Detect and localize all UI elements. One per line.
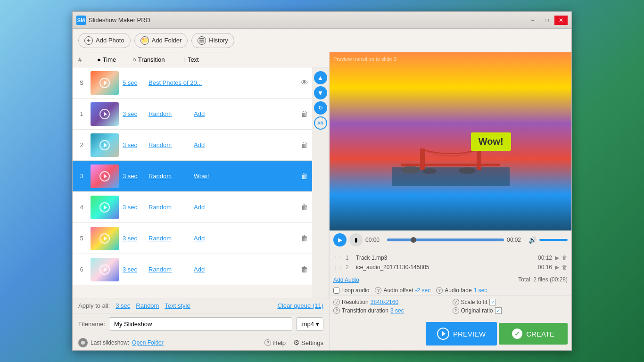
row-actions: 👁 — [301, 79, 308, 87]
slide-transition[interactable]: Random — [149, 235, 186, 242]
ab-button[interactable]: AB — [314, 116, 327, 130]
slide-text[interactable]: Add — [194, 266, 301, 273]
slide-transition[interactable]: Random — [149, 266, 186, 273]
stop-button[interactable]: ▮ — [349, 233, 363, 247]
preview-label: Preview transition to slide 3 — [333, 56, 396, 62]
filename-input[interactable] — [109, 317, 292, 331]
move-up-button[interactable]: ▲ — [314, 71, 327, 84]
original-ratio-checkbox[interactable]: ✓ — [495, 307, 502, 314]
ext-select[interactable]: .mp4 ▾ — [296, 317, 323, 331]
move-down-button[interactable]: ▼ — [314, 86, 327, 99]
audio-fade-label: ? Audio fade 1 sec — [436, 287, 487, 294]
open-folder-link[interactable]: Open Folder — [132, 339, 164, 346]
table-row[interactable]: 3 3 sec Random Wow! 🗑 — [73, 161, 312, 192]
help-scale-icon[interactable]: ? — [453, 299, 459, 305]
minimize-button[interactable]: − — [526, 16, 539, 25]
play-button[interactable]: ▶ — [333, 233, 347, 247]
play-track-icon[interactable]: ▶ — [555, 255, 559, 261]
apply-transition-link[interactable]: Random — [136, 302, 159, 309]
time-current: 00:00 — [365, 237, 384, 243]
slide-text[interactable]: Wow! — [194, 173, 301, 180]
help-fade-icon[interactable]: ? — [436, 287, 443, 294]
delete-icon[interactable]: 🗑 — [301, 110, 308, 118]
offset-value-link[interactable]: -2 sec — [415, 287, 431, 294]
resolution-value[interactable]: 3840x2160 — [371, 299, 398, 305]
play-overlay — [99, 233, 110, 244]
delete-icon[interactable]: 🗑 — [301, 265, 308, 274]
progress-thumb — [411, 237, 416, 243]
delete-icon[interactable]: 🗑 — [301, 172, 308, 181]
table-row[interactable]: S 5 sec Best Photos of 20... 👁 — [73, 67, 312, 99]
slide-text[interactable]: Add — [194, 110, 301, 117]
add-folder-button[interactable]: 📁 Add Folder — [134, 33, 188, 48]
close-button[interactable]: ✕ — [554, 16, 568, 25]
play-track-icon[interactable]: ▶ — [555, 264, 559, 271]
delete-track-icon[interactable]: 🗑 — [562, 255, 568, 261]
preview-button[interactable]: PREVIEW — [426, 322, 497, 346]
slide-time[interactable]: 5 sec — [123, 79, 149, 86]
volume-bar[interactable] — [539, 239, 568, 241]
slide-thumbnail — [91, 227, 119, 250]
delete-icon[interactable]: 🗑 — [301, 234, 308, 243]
slide-transition[interactable]: Random — [149, 141, 186, 148]
create-label: CREATE — [526, 330, 554, 338]
add-audio-link[interactable]: Add Audio — [333, 277, 359, 283]
history-button[interactable]: ☰ History — [191, 33, 234, 48]
slide-transition[interactable]: Random — [149, 204, 186, 211]
help-ratio-icon[interactable]: ? — [453, 307, 459, 314]
loop-audio-checkbox[interactable] — [333, 288, 339, 294]
apply-to-all-label: Apply to all: — [78, 302, 110, 309]
slide-thumbnail — [91, 102, 119, 126]
apply-to-all-bar: Apply to all: 3 sec Random Text style Cl… — [73, 298, 329, 313]
slide-num: 1 — [76, 111, 87, 117]
slide-time[interactable]: 3 sec — [123, 266, 149, 273]
loop-button[interactable]: ↻ — [314, 101, 327, 115]
slide-time[interactable]: 3 sec — [123, 110, 149, 117]
fade-value-link[interactable]: 1 sec — [474, 287, 487, 294]
slide-text[interactable]: Add — [194, 235, 301, 242]
help-resolution-icon[interactable]: ? — [333, 299, 340, 305]
play-overlay — [99, 264, 110, 275]
add-photo-button[interactable]: + Add Photo — [78, 33, 131, 48]
create-button[interactable]: ✓ CREATE — [499, 323, 568, 345]
play-overlay — [99, 109, 110, 119]
delete-track-icon[interactable]: 🗑 — [562, 264, 568, 271]
table-row[interactable]: 6 3 sec Random Add 🗑 — [73, 254, 312, 285]
slide-time[interactable]: 3 sec — [123, 173, 149, 180]
delete-icon[interactable]: 🗑 — [301, 141, 308, 149]
help-offset-icon[interactable]: ? — [375, 287, 381, 294]
row-actions: 🗑 — [301, 234, 308, 243]
slide-text[interactable]: Add — [194, 141, 301, 148]
delete-icon[interactable]: 🗑 — [301, 203, 308, 212]
slide-transition[interactable]: Random — [149, 110, 186, 117]
ext-value: .mp4 — [300, 321, 314, 328]
svg-rect-1 — [401, 164, 500, 166]
help-button[interactable]: ? Help — [264, 339, 286, 346]
svg-rect-3 — [477, 148, 481, 170]
text-icon: i — [184, 56, 186, 63]
eye-icon[interactable]: 👁 — [301, 79, 308, 87]
slide-transition[interactable]: Best Photos of 20... — [149, 79, 301, 86]
track-actions: ▶ 🗑 — [555, 255, 568, 261]
help-transition-icon[interactable]: ? — [333, 307, 340, 314]
apply-time-link[interactable]: 3 sec — [116, 302, 130, 309]
slide-text[interactable]: Add — [194, 204, 301, 211]
loop-audio-label[interactable]: Loop audio — [333, 287, 369, 294]
scale-to-fit-checkbox[interactable]: ✓ — [489, 299, 496, 305]
track-num: 2 — [346, 264, 353, 271]
slide-transition[interactable]: Random — [149, 173, 186, 180]
volume-icon[interactable]: 🔊 — [528, 236, 537, 244]
table-row[interactable]: 4 3 sec Random Add 🗑 — [73, 192, 312, 223]
transition-value[interactable]: 3 sec — [390, 307, 404, 314]
clear-queue-link[interactable]: Clear queue (11) — [277, 302, 323, 309]
table-row[interactable]: 2 3 sec Random Add 🗑 — [73, 130, 312, 161]
maximize-button[interactable]: □ — [540, 16, 553, 25]
slide-time[interactable]: 3 sec — [123, 235, 149, 242]
slide-time[interactable]: 3 sec — [123, 204, 149, 211]
slide-time[interactable]: 3 sec — [123, 141, 149, 148]
progress-bar[interactable] — [387, 239, 504, 241]
table-row[interactable]: 1 3 sec Random Add 🗑 — [73, 99, 312, 130]
settings-button[interactable]: ⚙ Settings — [293, 338, 323, 347]
table-row[interactable]: 5 3 sec Random Add 🗑 — [73, 223, 312, 254]
apply-text-style-link[interactable]: Text style — [165, 302, 190, 309]
